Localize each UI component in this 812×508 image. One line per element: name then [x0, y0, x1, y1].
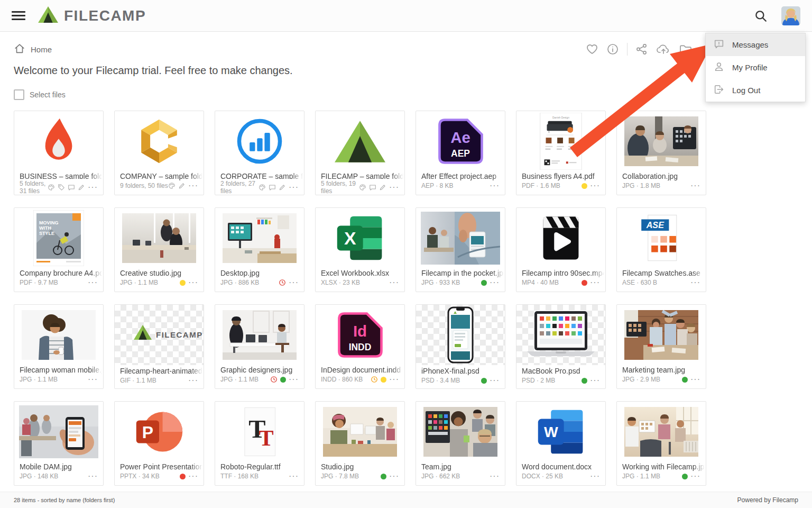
- file-meta-row: 5 folders, 31 files···: [14, 179, 103, 195]
- file-card[interactable]: AeAEPAfter Effect project.aepAEP · 8 KB·…: [416, 111, 505, 195]
- file-card[interactable]: iPhoneX-final.psdPSD · 3.4 MB···: [416, 304, 505, 389]
- status-bar: 28 items - sorted by name (folders first…: [0, 492, 812, 508]
- file-card[interactable]: Working with Filecamp.jpgJPG · 1.1 MB···: [616, 401, 706, 486]
- more-options-button[interactable]: ···: [690, 184, 700, 188]
- file-card[interactable]: Team.jpgJPG · 662 KB···: [416, 401, 505, 486]
- more-options-button[interactable]: ···: [88, 185, 98, 189]
- pencil-icon[interactable]: [78, 184, 85, 191]
- file-name: Collaboration.jpg: [617, 170, 706, 181]
- brand-name: FILECAMP: [64, 7, 146, 24]
- more-options-button[interactable]: ···: [490, 280, 500, 285]
- more-options-button[interactable]: ···: [590, 378, 600, 383]
- hamburger-icon[interactable]: [12, 11, 25, 20]
- more-options-button[interactable]: ···: [490, 184, 500, 188]
- file-meta-row: JPG · 1.1 MB···: [14, 375, 103, 383]
- file-card[interactable]: IdINDDInDesign document.inddINDD · 860 K…: [315, 304, 405, 389]
- breadcrumb[interactable]: Home: [14, 43, 52, 56]
- file-name: Company brochure A4.pdf: [14, 267, 103, 278]
- red-clock-badge: [279, 279, 286, 286]
- file-card[interactable]: TTRoboto-Regular.ttfTTF · 168 KB···: [215, 401, 304, 486]
- more-options-button[interactable]: ···: [690, 377, 700, 382]
- pocket-photo: [416, 209, 505, 267]
- file-name: Marketing team.jpg: [617, 364, 706, 375]
- file-card[interactable]: PPower Point Presentation.pptPPTX · 34 K…: [114, 401, 204, 486]
- upload-cloud-icon[interactable]: [656, 43, 671, 56]
- file-name: MacBook Pro.psd: [516, 365, 605, 376]
- pencil-icon[interactable]: [178, 182, 186, 189]
- folder-card[interactable]: COMPANY – sample folder9 folders, 50 fil…: [114, 111, 204, 195]
- collaboration-photo: [617, 112, 706, 170]
- file-type-size-label: JPG · 7.8 MB: [321, 473, 359, 480]
- more-options-button[interactable]: ···: [690, 474, 700, 478]
- more-options-button[interactable]: ···: [590, 280, 600, 285]
- file-card[interactable]: Filecamp in the pocket.jpgJPG · 933 KB··…: [416, 207, 505, 292]
- favorite-heart-icon[interactable]: [586, 43, 598, 56]
- more-options-button[interactable]: ···: [389, 280, 399, 285]
- file-meta-row: 9 folders, 50 files···: [115, 181, 204, 189]
- folder-card[interactable]: FILECAMP – sample folder5 folders, 19 fi…: [315, 111, 405, 195]
- file-card[interactable]: Desktop.jpgJPG · 886 KB···: [215, 207, 304, 292]
- more-options-button[interactable]: ···: [590, 184, 600, 188]
- folder-card[interactable]: CORPORATE – sample folder2 folders, 27 f…: [215, 111, 304, 195]
- more-options-button[interactable]: ···: [590, 474, 600, 478]
- more-options-button[interactable]: ···: [188, 378, 198, 383]
- file-meta-row: JPG · 886 KB···: [215, 278, 304, 286]
- palette-icon: [48, 184, 55, 191]
- more-options-button[interactable]: ···: [88, 377, 98, 382]
- file-card[interactable]: Danish DesignBusiness flyers A4.pdfPDF ·…: [516, 111, 606, 195]
- menu-item-label: My Profile: [732, 63, 768, 72]
- more-options-button[interactable]: ···: [490, 378, 500, 383]
- file-type-size-label: XLSX · 23 KB: [321, 279, 360, 286]
- more-options-button[interactable]: ···: [389, 185, 399, 189]
- share-icon[interactable]: [635, 43, 648, 56]
- more-options-button[interactable]: ···: [188, 474, 198, 478]
- more-options-button[interactable]: ···: [389, 377, 399, 382]
- file-card[interactable]: Filecamp intro 90sec.mp4MP4 · 40 MB···: [516, 207, 606, 292]
- more-options-button[interactable]: ···: [88, 280, 98, 285]
- more-options-button[interactable]: ···: [690, 280, 700, 285]
- info-icon[interactable]: [606, 43, 619, 56]
- file-card[interactable]: MacBook Pro.psdPSD · 2 MB···: [516, 304, 606, 389]
- powered-by-link[interactable]: Powered by Filecamp: [737, 496, 798, 504]
- menu-item-log-out[interactable]: Log Out: [706, 79, 805, 102]
- more-options-button[interactable]: ···: [188, 184, 198, 188]
- select-files-checkbox[interactable]: [14, 89, 24, 100]
- file-card[interactable]: Graphic designers.jpgJPG · 1.1 MB···: [215, 304, 304, 389]
- file-card[interactable]: WWord document.docxDOCX · 25 KB···: [516, 401, 606, 486]
- file-card[interactable]: Studio.jpgJPG · 7.8 MB···: [315, 401, 405, 486]
- more-options-button[interactable]: ···: [289, 280, 299, 285]
- file-card[interactable]: MOVINGWITHSTYLECompany brochure A4.pdfPD…: [14, 207, 104, 292]
- file-card[interactable]: Collaboration.jpgJPG · 1.8 MB···: [616, 111, 706, 195]
- pencil-icon[interactable]: [379, 184, 386, 191]
- graphic-designers-photo: [215, 306, 304, 364]
- search-icon[interactable]: [754, 9, 768, 23]
- file-card[interactable]: Marketing team.jpgJPG · 2.9 MB···: [616, 304, 706, 389]
- file-name: Filecamp intro 90sec.mp4: [516, 267, 605, 278]
- file-type-size-label: JPG · 2.9 MB: [622, 376, 660, 383]
- more-options-button[interactable]: ···: [490, 474, 500, 478]
- more-options-button[interactable]: ···: [188, 280, 198, 285]
- file-card[interactable]: XExcel Workbook.xlsxXLSX · 23 KB···: [315, 207, 405, 292]
- new-folder-icon[interactable]: [679, 43, 693, 56]
- user-avatar[interactable]: [781, 6, 800, 25]
- menu-item-my-profile[interactable]: My Profile: [706, 56, 805, 79]
- file-meta-row: JPG · 148 KB···: [14, 471, 103, 480]
- more-options-button[interactable]: ···: [289, 185, 299, 189]
- file-card[interactable]: ASEFilecamp Swatches.aseASE · 630 B···: [616, 207, 706, 292]
- more-options-button[interactable]: ···: [289, 474, 299, 478]
- folder-action-toolbar: [586, 43, 693, 56]
- file-card[interactable]: FILECAMPFilecamp-heart-animated.gifGIF ·…: [114, 304, 204, 389]
- file-meta-row: PDF · 1.6 MB···: [516, 181, 605, 189]
- more-options-button[interactable]: ···: [389, 474, 399, 478]
- file-card[interactable]: Mobile DAM.jpgJPG · 148 KB···: [14, 401, 104, 486]
- more-options-button[interactable]: ···: [88, 474, 98, 478]
- menu-item-messages[interactable]: Messages: [706, 33, 805, 56]
- file-card[interactable]: Filecamp woman mobile.jpgJPG · 1.1 MB···: [14, 304, 104, 389]
- more-options-button[interactable]: ···: [289, 377, 299, 382]
- palette-icon: [168, 182, 176, 189]
- pencil-icon[interactable]: [279, 184, 286, 191]
- folder-card[interactable]: BUSINESS – sample folder5 folders, 31 fi…: [14, 111, 104, 195]
- file-type-size-label: ASE · 630 B: [622, 279, 657, 286]
- file-card[interactable]: Creative studio.jpgJPG · 1.1 MB···: [114, 207, 204, 292]
- brand-logo[interactable]: FILECAMP: [38, 6, 146, 25]
